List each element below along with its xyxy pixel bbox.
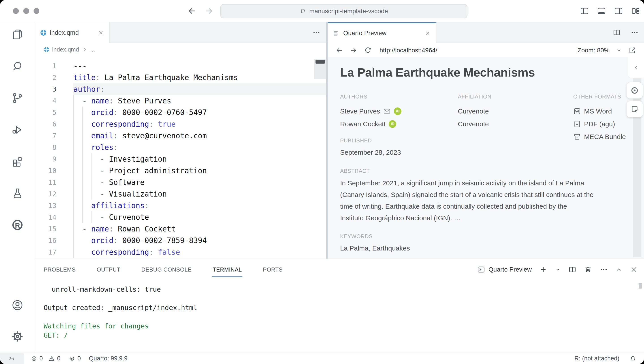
line-number: 11 [35,178,74,186]
collapse-outline-button[interactable] [628,57,644,78]
preview-back-icon[interactable] [335,46,343,54]
panel-scrollbar-thumb[interactable] [639,283,642,288]
editor-actions-more-icon[interactable] [312,22,320,43]
orcid-icon[interactable]: iD [394,108,402,115]
close-panel-icon[interactable] [630,266,638,273]
r-status[interactable]: R: (not attached) [574,355,620,362]
breadcrumb-more[interactable]: ... [90,46,95,53]
code-line[interactable]: 10 - Project administration [35,165,326,176]
source-control-icon[interactable] [11,92,24,104]
close-tab-icon[interactable] [425,30,430,36]
split-editor-icon[interactable] [613,29,621,37]
breadcrumb-file[interactable]: index.qmd [52,46,79,53]
chevron-right-icon [82,47,87,52]
code-line[interactable]: 9 - Investigation [35,153,326,165]
panel-tab-debug-console[interactable]: DEBUG CONSOLE [142,266,192,273]
scrollbar-thumb[interactable] [316,60,325,64]
preview-refresh-icon[interactable] [364,46,372,54]
code-line[interactable]: 17 corresponding: false [35,246,326,258]
accounts-icon[interactable] [11,299,24,311]
code-line[interactable]: 11 - Software [35,176,326,188]
code-editor[interactable]: 1---2title: La Palma Earthquake Mechanis… [35,56,326,259]
command-center-search[interactable]: manuscript-template-vscode [220,4,468,18]
editor-scrollbar[interactable] [314,59,326,79]
maximize-panel-icon[interactable] [615,266,622,273]
new-terminal-icon[interactable] [539,265,547,273]
code-line[interactable]: 4 - name: Steve Purves [35,95,326,107]
remote-indicator[interactable] [0,353,24,364]
code-line[interactable]: 3author: [35,83,326,95]
format-link-ms-word[interactable]: MS Word [573,105,626,118]
close-tab-icon[interactable] [98,30,104,36]
quarto-version-status[interactable]: Quarto: 99.9.9 [89,355,128,362]
code-line[interactable]: 12 - Visualization [35,188,326,200]
author-name: Rowan Cockett [340,120,386,128]
zoom-level[interactable]: Zoom: 80% [578,47,610,54]
history-forward-button[interactable] [204,6,214,16]
customize-layout-icon[interactable] [630,6,640,16]
history-back-button[interactable] [187,6,197,16]
open-external-icon[interactable] [628,46,636,54]
terminal-instance[interactable]: Quarto Preview [477,265,532,274]
kill-terminal-icon[interactable] [584,265,592,273]
chevron-down-icon[interactable] [616,47,622,54]
format-label: PDF (agu) [584,120,615,128]
search-icon[interactable] [11,60,24,73]
toggle-primary-sidebar-icon[interactable] [580,6,590,16]
problems-status[interactable]: 0 0 [31,355,60,362]
editor-tab-bar: index.qmd [35,22,326,43]
code-line[interactable]: 2title: La Palma Earthquake Mechanisms [35,72,326,83]
code-line[interactable]: 16 orcid: 0000-0002-7859-8394 [35,235,326,246]
breadcrumb[interactable]: index.qmd ... [35,43,326,56]
toggle-secondary-sidebar-icon[interactable] [614,6,624,16]
orcid-icon[interactable]: iD [389,120,396,128]
broadcast-icon [68,355,75,362]
terminal-dropdown-icon[interactable] [555,267,561,272]
format-link-meca[interactable]: MECA Bundle [573,130,626,143]
maximize-window-icon[interactable] [34,8,40,14]
preview-content: La Palma Earthquake Mechanisms AUTHORS S… [328,57,644,259]
run-and-debug-icon[interactable] [11,124,24,136]
activity-bar: R [0,22,35,352]
code-line[interactable]: 13 affiliations: [35,200,326,211]
ports-status[interactable]: 0 [68,355,81,362]
panel-tab-output[interactable]: OUTPUT [97,266,120,273]
code-line[interactable]: 8 roles: [35,142,326,153]
more-actions-icon[interactable] [630,29,639,37]
panel-tab-ports[interactable]: PORTS [263,266,282,273]
explorer-icon[interactable] [11,28,24,41]
code-line[interactable]: 6 corresponding: true [35,118,326,130]
format-link-pdf[interactable]: PDF (agu) [573,118,626,130]
testing-icon[interactable] [11,187,24,200]
mail-icon[interactable] [383,108,391,115]
bell-icon[interactable] [629,355,636,362]
split-terminal-icon[interactable] [568,265,576,273]
annotation-button[interactable] [626,101,643,117]
authors-column: AUTHORS Steve PurvesiDRowan CockettiD [340,94,458,143]
terminal-output[interactable]: unroll-markdown-cells: true Output creat… [35,280,644,352]
panel-tab-problems[interactable]: PROBLEMS [44,266,76,273]
close-window-icon[interactable] [13,8,19,14]
preview-list-icon [333,30,340,37]
extensions-icon[interactable] [11,155,24,168]
panel-tab-terminal[interactable]: TERMINAL [212,266,242,273]
code-line[interactable]: 7 email: steve@curvenote.com [35,130,326,142]
preview-forward-icon[interactable] [350,46,358,54]
format-label: MECA Bundle [584,133,626,141]
preview-url[interactable]: http://localhost:4964/ [380,47,437,54]
toggle-panel-icon[interactable] [596,6,606,16]
r-language-icon[interactable]: R [11,219,24,231]
code-line[interactable]: 14 - Curvenote [35,211,326,223]
visibility-button[interactable] [626,82,643,99]
tab-index-qmd[interactable]: index.qmd [35,22,110,43]
tab-quarto-preview[interactable]: Quarto Preview [328,22,436,43]
line-number: 3 [35,85,74,93]
code-line[interactable]: 15 - name: Rowan Cockett [35,223,326,235]
settings-gear-icon[interactable] [11,330,24,343]
warning-count: 0 [57,355,60,362]
remote-icon [8,355,16,362]
panel-more-icon[interactable] [600,265,608,273]
code-line[interactable]: 5 orcid: 0000-0002-0760-5497 [35,107,326,118]
code-line[interactable]: 1--- [35,60,326,72]
minimize-window-icon[interactable] [23,8,29,14]
